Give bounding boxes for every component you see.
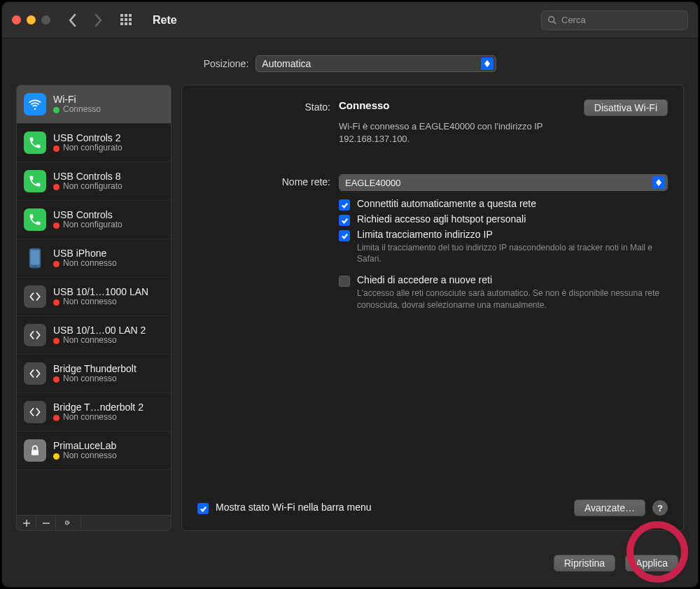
add-service-button[interactable] [17,516,36,530]
advanced-button[interactable]: Avanzate… [574,499,645,516]
network-label: Nome rete: [197,174,330,313]
grid-icon[interactable] [120,14,133,27]
ask-hotspot-checkbox[interactable] [339,215,350,226]
disable-wifi-button[interactable]: Disattiva Wi-Fi [584,99,668,116]
remove-service-button[interactable] [36,516,56,530]
location-value: Automatica [262,58,311,69]
limit-tracking-desc: Limita il tracciamento del tuo indirizzo… [357,242,668,264]
window-title: Rete [153,14,177,27]
services-list[interactable]: Wi-FiConnessoUSB Controls 2Non configura… [16,85,172,516]
sidebar-item-usb-controls-8[interactable]: USB Controls 8Non configurato [17,162,171,201]
ask-hotspot-label: Richiedi accesso agli hotspot personali [357,213,526,225]
location-label: Posizione: [204,58,249,69]
sidebar-item-usb-iphone[interactable]: USB iPhoneNon connesso [17,239,171,278]
footer: Ripristina Applica [2,545,698,587]
search-placeholder: Cerca [561,15,586,25]
service-details: Stato: Connesso Disattiva Wi-Fi Wi-Fi è … [181,85,684,531]
status-detail: Wi-Fi è connesso a EAGLE40000 con l'indi… [339,120,577,145]
chevron-updown-icon [481,57,493,70]
auto-connect-checkbox[interactable] [339,199,350,211]
minimize-icon[interactable] [27,15,36,24]
window-controls [12,15,50,24]
search-input[interactable]: Cerca [541,10,688,30]
show-in-menubar-label: Mostra stato Wi-Fi nella barra menu [216,502,372,513]
forward-button[interactable] [90,8,106,33]
services-toolbar [16,516,172,531]
location-row: Posizione: Automatica [2,38,698,85]
limit-tracking-checkbox[interactable] [339,230,350,241]
network-select[interactable]: EAGLE40000 [339,174,668,191]
service-actions-button[interactable] [56,516,81,530]
sidebar-item-usb-10-1-1000-lan[interactable]: USB 10/1…1000 LANNon connesso [17,278,171,316]
services-sidebar: Wi-FiConnessoUSB Controls 2Non configura… [16,85,172,531]
sidebar-item-usb-controls-2[interactable]: USB Controls 2Non configurato [17,124,171,162]
svg-rect-5 [31,450,38,455]
sidebar-item-bridge-t-nderbolt-2[interactable]: Bridge T…nderbolt 2Non connesso [17,393,171,432]
search-icon [547,15,557,25]
status-value: Connesso [339,99,584,111]
sidebar-item-wi-fi[interactable]: Wi-FiConnesso [17,85,171,124]
svg-point-0 [549,16,554,22]
sidebar-item-primalucelab[interactable]: PrimaLuceLabNon connesso [17,432,171,470]
zoom-icon[interactable] [41,15,50,24]
ask-new-networks-checkbox[interactable] [339,276,350,287]
chevron-updown-icon [652,176,665,189]
auto-connect-label: Connettiti automaticamente a questa rete [357,198,536,209]
help-button[interactable]: ? [652,500,668,516]
sidebar-item-bridge-thunderbolt[interactable]: Bridge ThunderboltNon connesso [17,355,171,393]
location-select[interactable]: Automatica [255,55,496,72]
svg-point-4 [34,266,36,267]
show-in-menubar-checkbox[interactable] [197,503,209,514]
back-button[interactable] [64,8,81,33]
close-icon[interactable] [12,15,21,24]
svg-rect-3 [31,250,40,265]
svg-line-1 [554,21,556,24]
apply-button[interactable]: Applica [625,555,678,572]
ask-new-networks-desc: L'accesso alle reti conosciute sarà auto… [357,288,668,310]
sidebar-item-usb-controls[interactable]: USB ControlsNon configurato [17,201,171,239]
titlebar: Rete Cerca [2,2,698,38]
network-value: EAGLE40000 [345,178,401,188]
revert-button[interactable]: Ripristina [554,555,615,572]
sidebar-item-usb-10-1-00-lan-2[interactable]: USB 10/1…00 LAN 2Non connesso [17,316,171,355]
limit-tracking-label: Limita tracciamento indirizzo IP [357,229,668,240]
ask-new-networks-label: Chiedi di accedere a nuove reti [357,274,668,285]
status-label: Stato: [197,99,330,145]
